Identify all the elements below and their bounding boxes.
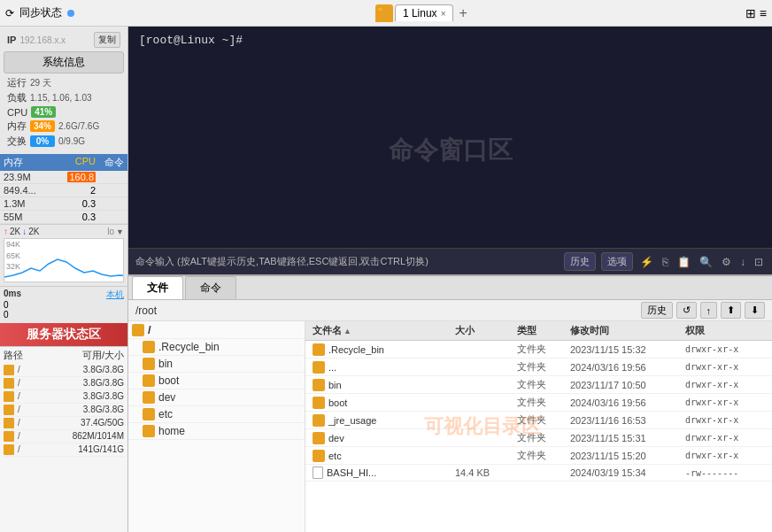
- server-status-label: 服务器状态区: [0, 323, 127, 346]
- file-folder-icon: [313, 414, 325, 427]
- search-icon[interactable]: 🔍: [698, 254, 714, 270]
- path-row: / 3.8G/3.8G: [4, 404, 124, 417]
- path-row: / 3.8G/3.8G: [4, 390, 124, 404]
- file-folder-icon: [313, 397, 325, 409]
- tab-linux[interactable]: 1 Linux ×: [395, 4, 454, 21]
- net-down-icon: ↓: [22, 227, 27, 236]
- file-row-etc[interactable]: etc 文件夹 2023/11/15 15:20 drwxr-xr-x: [305, 447, 772, 465]
- load-value: 1.15, 1.06, 1.03: [30, 93, 92, 103]
- lightning-icon[interactable]: ⚡: [638, 254, 655, 270]
- sync-icon: ⟳: [5, 7, 14, 19]
- file-list: 文件名 ▲ 大小 类型 修改时间 权限 .Recycle_bin: [305, 321, 772, 532]
- file-size-bash: 14.4 KB: [455, 467, 517, 478]
- net-up-icon: ↑: [4, 227, 8, 236]
- mem-row: 内存 34% 2.6G/7.6G: [4, 119, 124, 134]
- tree-item-recycle[interactable]: .Recycle_bin: [128, 339, 305, 356]
- cpu-badge: 41%: [31, 106, 56, 118]
- terminal-content[interactable]: [root@Linux ~]#: [128, 27, 772, 248]
- file-path-text: /root: [135, 305, 634, 317]
- swap-badge: 0%: [30, 135, 55, 147]
- path-section: 路径 可用/大小 / 3.8G/3.8G / 3.8G/3.8G / 3.8G/: [0, 346, 127, 532]
- header-name-label: 文件名: [313, 324, 342, 337]
- tree-folder-icon: [143, 408, 155, 420]
- net-down-value: 2K: [28, 227, 39, 236]
- file-modified-recycle: 2023/11/15 15:32: [570, 344, 685, 355]
- file-row-dotdot[interactable]: ... 文件夹 2024/03/16 19:56 drwxr-xr-x: [305, 359, 772, 376]
- file-row-recycle[interactable]: .Recycle_bin 文件夹 2023/11/15 15:32 drwxr-…: [305, 341, 772, 359]
- local-link[interactable]: 本机: [106, 289, 124, 301]
- tab-file[interactable]: 文件: [132, 276, 183, 299]
- file-refresh-button[interactable]: ↺: [676, 302, 697, 319]
- tree-item-dev[interactable]: dev: [128, 389, 305, 406]
- tree-item-boot[interactable]: boot: [128, 373, 305, 389]
- file-row-bin[interactable]: bin 文件夹 2023/11/17 10:50 drwxr-xr-x: [305, 376, 772, 394]
- net-interface: lo: [107, 227, 114, 236]
- uptime-label: 运行: [7, 76, 27, 89]
- tree-item-etc[interactable]: etc: [128, 406, 305, 423]
- file-perm-bin: drwxr-xr-x: [685, 380, 765, 389]
- file-tree: / .Recycle_bin bin boot: [128, 321, 305, 532]
- uptime-row: 运行 29 天: [4, 75, 124, 90]
- ip-value: 192.168.x.x: [19, 35, 90, 45]
- file-row-name: bin: [313, 379, 455, 391]
- header-perm: 权限: [685, 324, 765, 337]
- swap-row: 交换 0% 0/9.9G: [4, 134, 124, 149]
- sync-dot: [67, 10, 74, 17]
- top-bar: ⟳ 同步状态 1 Linux × + ⊞ ≡: [0, 0, 772, 27]
- file-modified-boot: 2024/03/16 19:56: [570, 397, 685, 408]
- file-perm-dotdot: drwxr-xr-x: [685, 362, 765, 372]
- copy-ip-button[interactable]: 复制: [94, 32, 120, 48]
- file-row-jre[interactable]: _jre_usage 文件夹 2023/11/16 16:53 drwxr-xr…: [305, 412, 772, 429]
- copy-icon[interactable]: ⎘: [660, 254, 670, 270]
- proc-header-cpu: CPU: [60, 156, 96, 169]
- paste-icon[interactable]: 📋: [676, 254, 692, 270]
- tab-cmd[interactable]: 命令: [185, 276, 236, 299]
- tab-close-icon[interactable]: ×: [441, 9, 446, 19]
- tree-folder-icon: [143, 391, 155, 404]
- file-type-etc: 文件夹: [517, 449, 570, 462]
- process-table-header: 内存 CPU 命令: [0, 154, 127, 171]
- file-history-button[interactable]: 历史: [641, 302, 673, 319]
- tree-folder-icon: [143, 425, 155, 437]
- grid-view-icon[interactable]: ⊞: [745, 6, 756, 20]
- file-row-boot[interactable]: boot 文件夹 2024/03/16 19:56 drwxr-xr-x: [305, 394, 772, 412]
- path-row: / 862M/1014M: [4, 430, 124, 443]
- header-size: 大小: [455, 324, 517, 337]
- file-type-recycle: 文件夹: [517, 343, 570, 356]
- terminal-history-button[interactable]: 历史: [564, 252, 596, 271]
- file-row-bash[interactable]: BASH_HI... 14.4 KB 2024/03/19 15:34 -rw-…: [305, 465, 772, 482]
- settings-icon[interactable]: ⚙: [720, 254, 733, 270]
- path-folder-icon: [4, 431, 14, 442]
- cpu-row: CPU 41%: [4, 105, 124, 119]
- list-view-icon[interactable]: ≡: [760, 6, 767, 20]
- file-name-bin: bin: [328, 380, 342, 390]
- terminal-options-button[interactable]: 选项: [601, 252, 633, 271]
- mem-extra: 2.6G/7.6G: [58, 121, 99, 131]
- tree-root-item[interactable]: /: [128, 321, 305, 339]
- tree-item-bin[interactable]: bin: [128, 356, 305, 373]
- file-upload-button[interactable]: ⬆: [721, 302, 741, 319]
- path-list: / 3.8G/3.8G / 3.8G/3.8G / 3.8G/3.8G / 3.…: [4, 364, 124, 457]
- pr-cpu-0: 160.8: [60, 172, 96, 182]
- file-folder-icon: [313, 379, 325, 391]
- file-download-button[interactable]: ⬇: [745, 302, 765, 319]
- file-up-button[interactable]: ↑: [700, 302, 718, 319]
- top-bar-left: ⟳ 同步状态: [5, 5, 375, 20]
- path-folder-icon: [4, 405, 14, 415]
- tab-add-button[interactable]: +: [455, 5, 470, 21]
- tree-item-home[interactable]: home: [128, 423, 305, 440]
- net-dropdown-icon[interactable]: ▼: [116, 227, 124, 236]
- file-perm-recycle: drwxr-xr-x: [685, 344, 765, 354]
- maximize-icon[interactable]: ⊡: [753, 254, 765, 270]
- path-size-5: 862M/1014M: [62, 431, 124, 442]
- file-row-dev[interactable]: dev 文件夹 2023/11/15 15:31 drwxr-xr-x: [305, 429, 772, 447]
- proc-header-cmd: 命令: [97, 156, 124, 169]
- download-icon[interactable]: ↓: [738, 254, 747, 270]
- pr-mem-1: 849.4...: [4, 185, 58, 196]
- lat-row-1: 0: [4, 310, 124, 320]
- tree-recycle-label: .Recycle_bin: [158, 341, 301, 353]
- path-size-3: 3.8G/3.8G: [62, 405, 124, 415]
- file-folder-icon: [313, 432, 325, 444]
- tree-root-label: /: [148, 323, 301, 336]
- sys-info-button[interactable]: 系统信息: [4, 51, 124, 73]
